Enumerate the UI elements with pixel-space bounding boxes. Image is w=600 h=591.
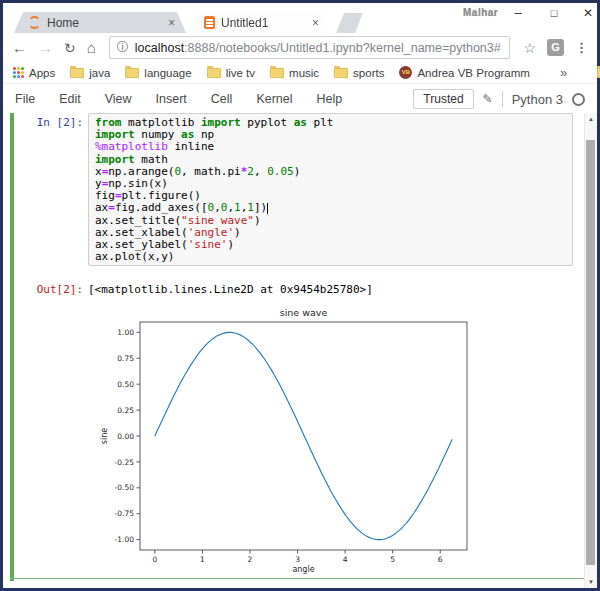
y-tick-label: 1.00 — [117, 328, 134, 337]
kernel-status-icon — [572, 93, 585, 106]
bookmarks-bar: Apps javalanguagelive tvmusicsports VB A… — [3, 62, 597, 84]
home-button[interactable]: ⌂ — [87, 40, 96, 55]
browser-toolbar: ← → ↻ ⌂ ⓘ localhost:8888/notebooks/Untit… — [3, 33, 597, 62]
tab-close-icon[interactable]: × — [166, 16, 177, 30]
tab-home[interactable]: Home × — [14, 12, 186, 33]
info-icon[interactable]: ⓘ — [117, 39, 129, 56]
x-tick-label: 2 — [248, 555, 253, 564]
y-tick-label: -0.75 — [115, 509, 135, 518]
scrollbar[interactable]: ▲ ▼ — [584, 113, 597, 588]
bookmark-andrea-vb[interactable]: VB Andrea VB Programm — [399, 66, 530, 79]
notebook-area: In [2]: from matplotlib import pyplot as… — [3, 113, 597, 588]
sine-wave-plot: sine waveanglesine0123456-1.00-0.75-0.50… — [100, 306, 480, 576]
code-line: ax.plot(x,y) — [95, 251, 566, 263]
y-tick-label: -0.25 — [115, 458, 135, 467]
windows-user-label: Malhar — [463, 7, 498, 18]
kernel-name-label: Python 3 — [512, 92, 563, 107]
y-tick-label: 0.50 — [117, 380, 134, 389]
menu-kernel[interactable]: Kernel — [256, 92, 292, 106]
menu-cell[interactable]: Cell — [211, 92, 233, 106]
notebook-file-icon — [204, 16, 215, 29]
menubar-right: Trusted ✎ Python 3 — [413, 89, 585, 109]
tab-untitled1[interactable]: Untitled1 × — [190, 12, 330, 33]
extension-badge-icon[interactable]: G — [547, 39, 564, 56]
menu-insert[interactable]: Insert — [156, 92, 187, 106]
apps-shortcut[interactable]: Apps — [13, 67, 55, 79]
tab-untitled1-label: Untitled1 — [221, 16, 304, 30]
apps-label: Apps — [29, 67, 55, 79]
bookmark-andrea-vb-label: Andrea VB Programm — [417, 67, 530, 79]
y-axis-label: sine — [100, 428, 109, 444]
back-button[interactable]: ← — [12, 40, 27, 55]
x-axis-label: angle — [292, 565, 314, 574]
x-tick-label: 5 — [390, 555, 395, 564]
bookmark-folder-music[interactable]: music — [270, 67, 319, 79]
bookmark-folder-label: java — [89, 67, 110, 79]
folder-icon — [270, 68, 284, 78]
bookmark-folder-sports[interactable]: sports — [334, 67, 384, 79]
close-window-button[interactable]: ✕ — [578, 5, 598, 21]
bookmark-folder-live-tv[interactable]: live tv — [207, 67, 255, 79]
chrome-menu-icon[interactable]: ⋮ — [575, 40, 588, 55]
browser-window: Malhar – □ ✕ Home × Untitled1 × ← → ↻ ⌂ … — [0, 0, 600, 591]
edit-mode-icon: ✎ — [483, 92, 493, 106]
y-tick-label: -0.50 — [115, 483, 135, 492]
bookmark-folders: javalanguagelive tvmusicsports — [70, 67, 384, 79]
tab-home-label: Home — [47, 16, 160, 30]
output-prompt: Out[2]: — [3, 283, 83, 296]
input-prompt: In [2]: — [3, 116, 83, 129]
address-bar[interactable]: ⓘ localhost:8888/notebooks/Untitled1.ipy… — [109, 36, 511, 59]
x-tick-label: 0 — [152, 555, 157, 564]
bookmark-folder-label: sports — [353, 67, 384, 79]
folder-icon — [334, 68, 348, 78]
highlight-border-bottom — [10, 578, 586, 579]
tab-close-icon[interactable]: × — [310, 16, 321, 30]
highlight-border-left — [10, 113, 14, 581]
folder-icon — [125, 68, 139, 78]
notebook-menubar: FileEditViewInsertCellKernelHelp Trusted… — [3, 85, 597, 113]
text-cursor — [267, 203, 268, 214]
trusted-button[interactable]: Trusted — [413, 89, 473, 109]
x-tick-label: 6 — [438, 555, 443, 564]
output-text: [<matplotlib.lines.Line2D at 0x9454b2578… — [88, 283, 373, 296]
code-cell-editor[interactable]: from matplotlib import pyplot as pltimpo… — [88, 113, 573, 266]
folder-icon — [207, 68, 221, 78]
scroll-down-icon[interactable]: ▼ — [585, 579, 597, 585]
maximize-button[interactable]: □ — [544, 5, 564, 21]
scrollbar-thumb[interactable] — [586, 140, 595, 565]
jupyter-logo-icon — [28, 16, 41, 29]
site-favicon: VB — [399, 66, 412, 79]
menu-help[interactable]: Help — [317, 92, 343, 106]
bookmark-star-icon[interactable]: ☆ — [523, 40, 536, 56]
y-tick-label: 0.00 — [117, 432, 134, 441]
scroll-up-icon[interactable]: ▲ — [585, 116, 597, 122]
minimize-button[interactable]: – — [508, 5, 528, 21]
bookmark-folder-language[interactable]: language — [125, 67, 191, 79]
bookmark-folder-label: music — [289, 67, 319, 79]
y-tick-label: -1.00 — [115, 535, 135, 544]
sine-curve — [155, 332, 452, 539]
reload-button[interactable]: ↻ — [64, 41, 76, 55]
bookmarks-overflow-icon[interactable]: » — [560, 65, 567, 80]
x-tick-label: 1 — [200, 555, 205, 564]
menu-edit[interactable]: Edit — [59, 92, 81, 106]
apps-grid-icon — [13, 67, 24, 78]
menu-file[interactable]: File — [15, 92, 35, 106]
x-tick-label: 3 — [295, 555, 300, 564]
x-tick-label: 4 — [343, 555, 348, 564]
url-path: :8888/notebooks/Untitled1.ipynb?kernel_n… — [184, 41, 501, 55]
folder-icon — [70, 68, 84, 78]
axes-box — [140, 322, 467, 550]
forward-button[interactable]: → — [38, 40, 53, 55]
menu-view[interactable]: View — [105, 92, 132, 106]
bookmark-folder-label: language — [144, 67, 191, 79]
bookmark-folder-java[interactable]: java — [70, 67, 110, 79]
menu-items: FileEditViewInsertCellKernelHelp — [15, 92, 342, 106]
y-tick-label: 0.25 — [117, 406, 134, 415]
plot-title: sine wave — [280, 307, 328, 318]
y-tick-label: 0.75 — [117, 354, 134, 363]
url-host: localhost — [135, 41, 184, 55]
bookmark-folder-label: live tv — [226, 67, 255, 79]
menubar-divider — [502, 91, 503, 107]
